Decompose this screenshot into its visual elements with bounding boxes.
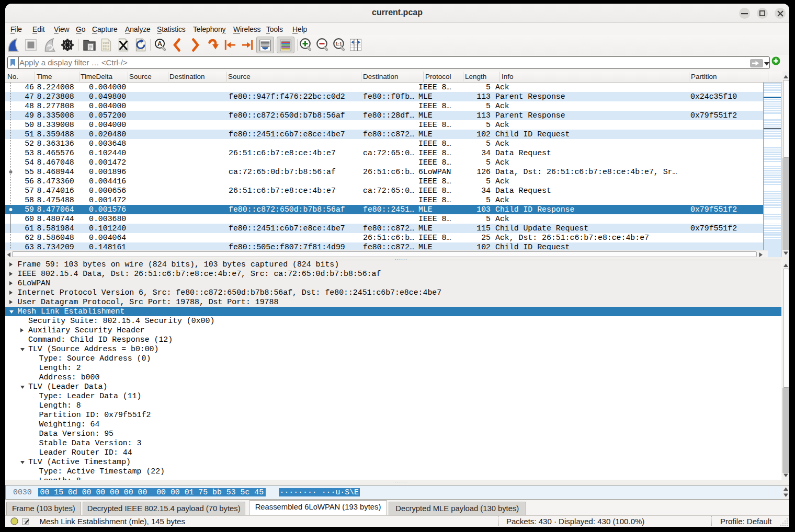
svg-text:0113: 0113 — [103, 48, 109, 51]
svg-text:A: A — [157, 40, 162, 48]
svg-text:1:1: 1:1 — [335, 41, 342, 47]
